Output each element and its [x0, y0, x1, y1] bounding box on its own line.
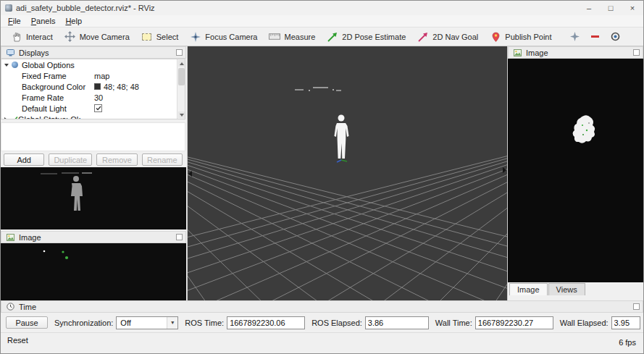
- default-light-checkbox[interactable]: [94, 104, 102, 112]
- remove-tool-button[interactable]: [590, 31, 601, 42]
- minimize-button[interactable]: –: [578, 1, 600, 15]
- tree-scrollbar[interactable]: [177, 59, 185, 119]
- synchronization-value: Off: [120, 319, 130, 327]
- measure-ruler-icon: [269, 31, 280, 42]
- wall-time-input[interactable]: [475, 316, 553, 329]
- property-label: Default Light: [22, 104, 94, 113]
- scroll-up-icon[interactable]: [178, 60, 185, 67]
- displays-tree-empty-area: [1, 122, 185, 151]
- displays-tree: Global Options Fixed Frame map Backgroun…: [1, 59, 185, 119]
- remove-display-button[interactable]: Remove: [96, 153, 137, 166]
- menu-file[interactable]: File: [3, 16, 26, 26]
- tab-views[interactable]: Views: [548, 283, 585, 295]
- scroll-down-icon[interactable]: [178, 111, 185, 118]
- tree-row-global-options[interactable]: Global Options: [1, 59, 185, 70]
- tree-row-label: Global Status: Ok: [18, 115, 80, 120]
- background-color-swatch[interactable]: [94, 83, 101, 90]
- tool-properties-button[interactable]: [610, 31, 622, 42]
- menu-panels[interactable]: Panels: [26, 16, 61, 26]
- ros-elapsed-label: ROS Elapsed:: [311, 319, 362, 327]
- add-tool-button[interactable]: [569, 31, 581, 42]
- ros-time-input[interactable]: [227, 316, 305, 329]
- maximize-button[interactable]: □: [600, 1, 622, 15]
- tree-row-background-color[interactable]: Background Color 48; 48; 48: [1, 81, 185, 92]
- tool-select[interactable]: Select: [135, 29, 185, 44]
- publish-point-pin-icon: [490, 31, 501, 42]
- property-value[interactable]: map: [94, 72, 109, 80]
- property-value[interactable]: 30: [94, 93, 103, 102]
- tool-2d-pose-estimate[interactable]: 2D Pose Estimate: [321, 29, 411, 44]
- tool-label: Focus Camera: [205, 33, 257, 41]
- tree-row-frame-rate[interactable]: Frame Rate 30: [1, 92, 185, 103]
- displays-panel-title: Displays: [19, 49, 49, 57]
- tree-row-label: Global Options: [22, 61, 75, 69]
- window-title: adi_safety_bubble_detector.rviz* - RViz: [16, 4, 155, 12]
- toolbar-extra: [569, 31, 622, 42]
- image-view[interactable]: [1, 243, 186, 300]
- reset-button[interactable]: Reset: [7, 336, 28, 345]
- tool-label: Measure: [284, 33, 315, 41]
- displays-panel-header: Displays: [1, 46, 186, 59]
- image-icon: [511, 47, 523, 58]
- time-controls: Pause Synchronization: Off ▾ ROS Time: R…: [1, 313, 643, 332]
- image-panel-title: Image: [19, 233, 41, 242]
- tool-label: Interact: [26, 33, 53, 41]
- tool-measure[interactable]: Measure: [263, 29, 321, 44]
- right-image-panel-header: Image: [508, 46, 643, 59]
- right-image-panel-title: Image: [526, 49, 548, 57]
- property-label: Frame Rate: [22, 93, 94, 102]
- wall-elapsed-input[interactable]: [611, 316, 640, 329]
- tool-focus-camera[interactable]: Focus Camera: [184, 29, 263, 44]
- statusbar: Reset 6 fps: [1, 332, 643, 354]
- property-label: Background Color: [22, 83, 94, 91]
- panel-float-button[interactable]: [176, 234, 183, 240]
- splitter-collapse-right-icon[interactable]: [503, 167, 506, 173]
- tool-publish-point[interactable]: Publish Point: [484, 29, 557, 44]
- menubar: File Panels Help: [1, 15, 643, 28]
- combo-arrow-icon[interactable]: ▾: [167, 317, 177, 329]
- tree-row-default-light[interactable]: Default Light: [1, 103, 185, 114]
- property-value[interactable]: 48; 48; 48: [94, 83, 139, 91]
- close-button[interactable]: ×: [622, 1, 643, 15]
- panel-float-button[interactable]: [176, 49, 183, 56]
- scrollbar-thumb[interactable]: [178, 68, 185, 85]
- tool-label: 2D Nav Goal: [432, 33, 478, 41]
- add-display-button[interactable]: Add: [4, 153, 44, 166]
- collapse-arrow-icon[interactable]: [4, 117, 7, 120]
- 3d-viewport[interactable]: [188, 46, 507, 300]
- ros-elapsed-input[interactable]: [365, 316, 429, 329]
- tool-interact[interactable]: Interact: [5, 29, 59, 44]
- tool-move-camera[interactable]: Move Camera: [59, 29, 135, 44]
- interact-hand-icon: [11, 31, 22, 42]
- displays-panel: Displays Global Options Fixed Frame map …: [1, 46, 186, 166]
- right-image-view[interactable]: [508, 59, 643, 282]
- left-column: Displays Global Options Fixed Frame map …: [1, 46, 187, 300]
- background-color-value: 48; 48; 48: [104, 83, 139, 91]
- pause-button[interactable]: Pause: [6, 316, 48, 329]
- tree-row-fixed-frame[interactable]: Fixed Frame map: [1, 70, 185, 81]
- image-icon: [4, 232, 16, 243]
- displays-icon: [4, 47, 16, 58]
- synchronization-select[interactable]: Off ▾: [116, 316, 178, 329]
- select-icon: [141, 31, 153, 42]
- tool-label: Select: [156, 33, 179, 41]
- duplicate-display-button[interactable]: Duplicate: [49, 153, 92, 166]
- tab-image[interactable]: Image: [509, 283, 548, 295]
- panel-float-button[interactable]: [633, 303, 640, 310]
- window-controls: – □ ×: [578, 1, 643, 15]
- expand-arrow-icon[interactable]: [4, 64, 9, 67]
- right-image-panel: Image Image Views: [508, 46, 643, 300]
- time-panel-title: Time: [19, 303, 36, 311]
- menu-help[interactable]: Help: [60, 16, 87, 26]
- clock-icon: [4, 301, 16, 312]
- time-panel: Time Pause Synchronization: Off ▾ ROS Ti…: [1, 300, 643, 332]
- tool-2d-nav-goal[interactable]: 2D Nav Goal: [411, 29, 484, 44]
- rename-display-button[interactable]: Rename: [142, 153, 183, 166]
- app-icon: [5, 4, 12, 12]
- image-panel: Image: [1, 231, 186, 300]
- camera-image-view[interactable]: [1, 167, 186, 229]
- tree-row-global-status[interactable]: Global Status: Ok: [1, 114, 185, 119]
- splitter-collapse-left-icon[interactable]: [188, 171, 192, 177]
- panel-float-button[interactable]: [633, 49, 640, 56]
- status-ok-icon: [10, 116, 18, 120]
